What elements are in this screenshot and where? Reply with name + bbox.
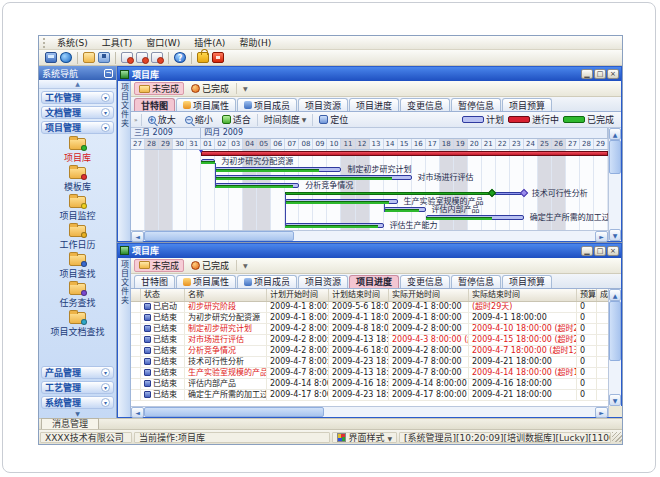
time-scale-dropdown[interactable]: 时间刻度▼ — [261, 113, 310, 126]
sidebar-item-7[interactable]: 项目文档查找 — [39, 311, 116, 339]
gantt-task-row[interactable]: 对市场进行评估 — [131, 174, 608, 182]
tab-7[interactable]: 暂停信息 — [451, 275, 501, 288]
tab-3[interactable]: 项目成员 — [237, 98, 297, 111]
table-row[interactable]: 已结束评估内部产品2009-4-14 8:00:002009-4-16 18:0… — [131, 379, 608, 390]
pin-icon[interactable]: ¬ — [104, 69, 113, 78]
menu-plugin[interactable]: 插件(A) — [188, 36, 231, 49]
table-horizontal-scrollbar[interactable]: ◄ ► — [131, 406, 608, 417]
sidebar-group-bottom-1[interactable]: 工艺管理▾ — [41, 381, 114, 394]
day-header-cell[interactable]: 26 — [552, 139, 566, 149]
mail-export-icon[interactable] — [121, 52, 133, 63]
filter-overflow-icon[interactable]: ▼ — [240, 262, 251, 269]
gantt-task-row[interactable] — [131, 150, 608, 158]
exit-icon[interactable] — [212, 52, 224, 63]
scrollbar-thumb[interactable] — [144, 231, 294, 241]
globe-icon[interactable] — [60, 52, 72, 63]
day-header-cell[interactable]: 29 — [159, 139, 173, 149]
day-header-cell[interactable]: 18 — [440, 139, 454, 149]
day-header-cell[interactable]: 30 — [173, 139, 187, 149]
sidebar-collapse-strip[interactable]: ▲ — [39, 80, 116, 89]
day-header-cell[interactable]: 29 — [594, 139, 608, 149]
sidebar-group-top-1[interactable]: 文档管理▾ — [41, 106, 114, 119]
day-header-cell[interactable]: 20 — [468, 139, 482, 149]
gantt-vertical-scrollbar[interactable]: ▲ ▼ — [608, 128, 621, 241]
day-header-cell[interactable]: 06 — [271, 139, 285, 149]
gantt-body[interactable]: 为初步研究分配资源制定初步研究计划对市场进行评估分析竞争情况技术可行性分析生产实… — [131, 150, 608, 230]
maximize-button[interactable]: □ — [594, 69, 606, 79]
sidebar-group-bottom-2[interactable]: 系统管理▾ — [41, 396, 114, 409]
menu-window[interactable]: 窗口(W) — [140, 36, 186, 49]
scroll-down-icon[interactable]: ▼ — [609, 229, 621, 241]
help-icon[interactable]: ? — [174, 52, 186, 63]
menu-tools[interactable]: 工具(T) — [96, 36, 139, 49]
table-row[interactable]: 已结束制定初步研究计划2009-4-2 8:00:002009-4-8 18:0… — [131, 324, 608, 335]
scrollbar-thumb[interactable] — [609, 301, 621, 361]
table-row[interactable]: 已结束确定生产所需的加工过程2009-4-17 8:00:002009-4-23… — [131, 390, 608, 401]
tab-4[interactable]: 项目资源 — [298, 98, 348, 111]
toolbar-overflow-icon[interactable]: » — [134, 116, 138, 123]
sidebar-group-bottom-0[interactable]: 产品管理▾ — [41, 366, 114, 379]
scroll-up-icon[interactable]: ▲ — [609, 128, 621, 140]
day-header-cell[interactable]: 10 — [327, 139, 341, 149]
scrollbar-thumb[interactable] — [144, 407, 324, 417]
column-header-3[interactable]: 名称 — [185, 289, 267, 301]
tab-1[interactable]: 甘特图 — [134, 98, 175, 111]
sidebar-item-5[interactable]: 项目查找 — [39, 253, 116, 281]
folder-panel-tab[interactable]: 项目文件夹 — [118, 81, 131, 241]
filter-finished-button[interactable]: 已完成 — [187, 82, 233, 95]
tab-1[interactable]: 甘特图 — [134, 275, 175, 288]
tab-8[interactable]: 项目预算 — [502, 98, 552, 111]
table-row[interactable]: 已结束生产实验室规模的产品2009-4-7 8:00:002009-4-13 1… — [131, 368, 608, 379]
day-header-cell[interactable]: 03 — [229, 139, 243, 149]
tab-7[interactable]: 暂停信息 — [451, 98, 501, 111]
zoom-out-button[interactable]: −缩小 — [182, 113, 216, 126]
sidebar-item-1[interactable]: 项目库 — [39, 137, 116, 165]
sidebar-item-3[interactable]: 项目监控 — [39, 195, 116, 223]
sidebar-scroll-more-icon[interactable]: ▼ — [39, 410, 116, 418]
scroll-left-icon[interactable]: ◄ — [131, 407, 144, 418]
day-header-cell[interactable]: 13 — [370, 139, 384, 149]
gantt-window-titlebar[interactable]: 项目库 ▁ □ × — [118, 67, 621, 81]
save-icon[interactable] — [98, 52, 110, 63]
day-header-cell[interactable]: 28 — [580, 139, 594, 149]
column-header-5[interactable]: 计划结束时间 — [329, 289, 389, 301]
resize-grip[interactable] — [612, 432, 622, 442]
column-header-2[interactable]: 状态 — [141, 289, 185, 301]
mail-send-icon[interactable] — [151, 52, 163, 63]
sidebar-item-4[interactable]: 工作日历 — [39, 224, 116, 252]
day-header-cell[interactable]: 25 — [538, 139, 552, 149]
filter-finished-button[interactable]: 已完成 — [187, 259, 233, 272]
tab-4[interactable]: 项目资源 — [298, 275, 348, 288]
scroll-right-icon[interactable]: ► — [595, 231, 608, 242]
column-header-7[interactable]: 实际结束时间 — [469, 289, 577, 301]
locate-button[interactable]: 定位 — [316, 113, 351, 126]
table-row[interactable]: 已启动初步研究阶段2009-4-1 8:00:002009-5-6 18:00:… — [131, 302, 608, 313]
day-header-cell[interactable]: 21 — [482, 139, 496, 149]
minimize-button[interactable]: ▁ — [581, 246, 593, 256]
day-header-cell[interactable]: 27 — [131, 139, 145, 149]
day-header-cell[interactable]: 31 — [187, 139, 201, 149]
filter-overflow-icon[interactable]: ▼ — [240, 85, 251, 92]
day-header-cell[interactable]: 11 — [341, 139, 355, 149]
day-header-cell[interactable]: 17 — [426, 139, 440, 149]
tab-2[interactable]: 项目属性 — [176, 98, 236, 111]
tab-3[interactable]: 项目成员 — [237, 275, 297, 288]
table-window-titlebar[interactable]: 项目库 ▁ □ × — [118, 244, 621, 258]
scroll-up-icon[interactable]: ▲ — [609, 289, 621, 301]
scroll-right-icon[interactable]: ► — [595, 407, 608, 418]
maximize-button[interactable]: □ — [594, 246, 606, 256]
close-button[interactable]: × — [607, 69, 619, 79]
day-header-cell[interactable]: 19 — [454, 139, 468, 149]
filter-unfinished-button[interactable]: 未完成 — [134, 82, 184, 95]
scrollbar-thumb[interactable] — [609, 140, 621, 174]
folder-panel-tab[interactable]: 项目文件夹 — [118, 258, 131, 418]
day-header-cell[interactable]: 07 — [285, 139, 299, 149]
sidebar-item-6[interactable]: 任务查找 — [39, 282, 116, 310]
filter-unfinished-button[interactable]: 未完成 — [134, 259, 184, 272]
sidebar-item-2[interactable]: 模板库 — [39, 166, 116, 194]
interface-style-dropdown[interactable]: 界面样式 ▼ — [332, 432, 397, 443]
day-header-cell[interactable]: 24 — [524, 139, 538, 149]
gantt-task-row[interactable]: 生产实验室规模的产品 — [131, 198, 608, 206]
tab-8[interactable]: 项目预算 — [502, 275, 552, 288]
day-header-cell[interactable]: 28 — [145, 139, 159, 149]
